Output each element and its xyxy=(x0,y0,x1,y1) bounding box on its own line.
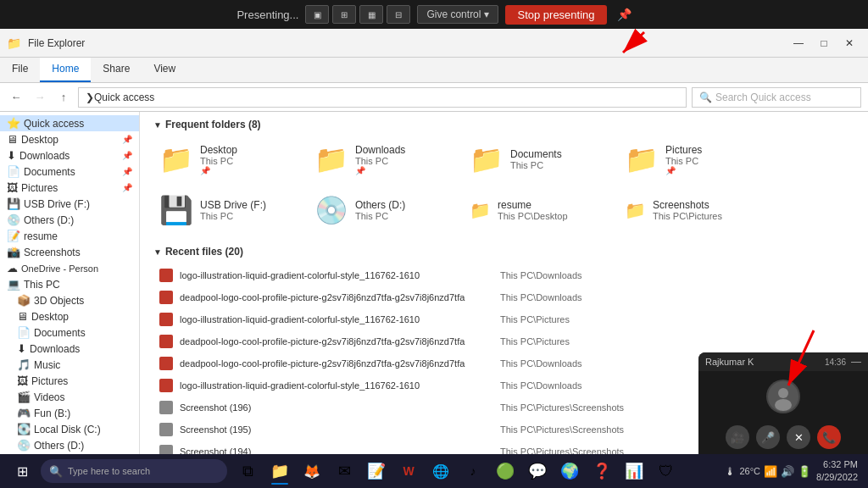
close-button[interactable]: ✕ xyxy=(837,31,861,55)
stop-presenting-button[interactable]: Stop presenting xyxy=(505,5,606,25)
start-button[interactable]: ⊞ xyxy=(3,456,41,486)
pres-icon-4[interactable]: ⊟ xyxy=(387,5,410,24)
recent-file-1[interactable]: logo-illustration-liquid-gradient-colorf… xyxy=(153,264,854,286)
forward-button[interactable]: → xyxy=(31,88,49,107)
search-box[interactable]: 🔍 Search Quick access xyxy=(692,87,861,108)
sidebar-item-others2[interactable]: 💿 Others (D:) xyxy=(0,437,139,453)
downloads-icon: ⬇ xyxy=(7,149,16,162)
sidebar-item-music[interactable]: 🎵 Music xyxy=(0,357,139,373)
back-button[interactable]: ← xyxy=(7,88,25,107)
recent-file-4[interactable]: deadpool-logo-cool-profile-picture-g2sv7… xyxy=(153,330,854,352)
taskbar-search-box[interactable]: 🔍 Type here to search xyxy=(41,459,227,483)
folder-grid: 📁 Desktop This PC 📌 📁 Downloads This PC … xyxy=(153,137,854,232)
recent-file-3[interactable]: logo-illustration-liquid-gradient-colorf… xyxy=(153,308,854,330)
folder-icon: 💿 xyxy=(314,194,348,226)
sidebar-item-videos[interactable]: 🎬 Videos xyxy=(0,389,139,405)
pres-icon-3[interactable]: ▦ xyxy=(359,5,383,24)
notepad-taskbar[interactable]: 📝 xyxy=(361,456,392,486)
search-placeholder-text: Type here to search xyxy=(68,466,150,476)
pin-icon: 📌 xyxy=(122,135,132,144)
clock-time: 6:32 PM xyxy=(816,458,858,471)
sidebar-item-resume[interactable]: 📝 resume xyxy=(0,228,139,244)
end-call-button[interactable]: 📞 xyxy=(817,425,841,449)
maximize-button[interactable]: □ xyxy=(812,31,836,55)
tab-file[interactable]: File xyxy=(0,58,40,82)
address-path[interactable]: ❯ Quick access xyxy=(78,87,687,108)
sidebar-item-documents[interactable]: 📄 Documents 📌 xyxy=(0,164,139,180)
sidebar-item-documents2[interactable]: 📄 Documents xyxy=(0,324,139,341)
desktop2-icon: 🖥 xyxy=(17,310,28,323)
pres-icon-1[interactable]: ▣ xyxy=(305,5,329,24)
pin-icon[interactable]: 📌 xyxy=(617,8,632,21)
sidebar-item-quick-access[interactable]: ⭐ Quick access xyxy=(0,115,139,131)
up-button[interactable]: ↑ xyxy=(54,88,73,107)
sidebar-item-onedrive[interactable]: ☁ OneDrive - Person xyxy=(0,260,139,276)
security-taskbar[interactable]: 🛡 xyxy=(651,456,682,486)
sidebar-item-pictures[interactable]: 🖼 Pictures 📌 xyxy=(0,180,139,196)
sidebar-item-thispc[interactable]: 💻 This PC xyxy=(0,276,139,292)
sidebar-item-desktop[interactable]: 🖥 Desktop 📌 xyxy=(0,131,139,147)
sidebar-item-3d[interactable]: 📦 3D Objects xyxy=(0,292,139,308)
sidebar-item-pictures2[interactable]: 🖼 Pictures xyxy=(0,373,139,389)
recent-files-header[interactable]: ▼ Recent files (20) xyxy=(153,246,854,258)
folder-downloads[interactable]: 📁 Downloads This PC 📌 xyxy=(309,137,457,181)
chrome-taskbar[interactable]: 🌐 xyxy=(426,456,456,486)
file-icon xyxy=(158,399,175,416)
presenting-label: Presenting... xyxy=(236,8,298,21)
taskbar: ⊞ 🔍 Type here to search ⧉ 📁 🦊 ✉ 📝 W 🌐 ♪ … xyxy=(0,454,868,488)
call-duration: 14:36 xyxy=(825,358,846,367)
battery-icon: 🔋 xyxy=(798,465,811,478)
sidebar-item-fun[interactable]: 🎮 Fun (B:) xyxy=(0,405,139,421)
minimize-button[interactable]: — xyxy=(787,31,810,55)
recent-file-2[interactable]: deadpool-logo-cool-profile-picture-g2sv7… xyxy=(153,286,854,308)
browser2-taskbar[interactable]: 🌍 xyxy=(554,456,585,486)
tab-view[interactable]: View xyxy=(142,58,187,82)
folder-screenshots[interactable]: 📁 Screenshots This PC\Pictures xyxy=(619,188,767,232)
sidebar-item-downloads2[interactable]: ⬇ Downloads xyxy=(0,341,139,357)
pres-icon-2[interactable]: ⊞ xyxy=(332,5,356,24)
camera-button[interactable]: 🎥 xyxy=(726,425,749,449)
close-call-button[interactable]: ✕ xyxy=(787,425,810,449)
firefox-taskbar[interactable]: 🦊 xyxy=(297,456,327,486)
help-taskbar[interactable]: ❓ xyxy=(587,456,617,486)
collapse-arrow: ▼ xyxy=(153,247,162,257)
clock[interactable]: 6:32 PM 8/29/2022 xyxy=(816,458,858,485)
tab-home[interactable]: Home xyxy=(40,58,91,82)
folder-desktop[interactable]: 📁 Desktop This PC 📌 xyxy=(153,137,302,181)
microphone-button[interactable]: 🎤 xyxy=(756,425,780,449)
frequent-folders-header[interactable]: ▼ Frequent folders (8) xyxy=(153,119,854,130)
folder-icon: 💾 xyxy=(159,194,193,226)
sidebar-item-downloads[interactable]: ⬇ Downloads 📌 xyxy=(0,147,139,164)
file-explorer-taskbar[interactable]: 📁 xyxy=(264,456,295,486)
sidebar-item-local-disk[interactable]: 💽 Local Disk (C:) xyxy=(0,421,139,437)
app-green[interactable]: 🟢 xyxy=(490,456,520,486)
folder-usb[interactable]: 💾 USB Drive (F:) This PC xyxy=(153,188,302,232)
network-icon[interactable]: 📶 xyxy=(764,465,777,478)
folder-others[interactable]: 💿 Others (D:) This PC xyxy=(309,188,457,232)
folder-pictures[interactable]: 📁 Pictures This PC 📌 xyxy=(619,137,767,181)
teams-taskbar[interactable]: 💬 xyxy=(522,456,553,486)
sidebar-item-screenshots[interactable]: 📸 Screenshots xyxy=(0,244,139,260)
give-control-button[interactable]: Give control ▾ xyxy=(417,5,498,24)
sidebar-item-others-d[interactable]: 💿 Others (D:) xyxy=(0,212,139,228)
presentation-icons: ▣ ⊞ ▦ ⊟ xyxy=(305,5,410,24)
video-call-widget: Rajkumar K 14:36 — 🎥 🎤 ✕ 📞 xyxy=(698,352,868,454)
music-taskbar[interactable]: ♪ xyxy=(458,456,488,486)
tab-share[interactable]: Share xyxy=(91,58,142,82)
folder-resume[interactable]: 📁 resume This PC\Desktop xyxy=(464,188,612,232)
folder-documents[interactable]: 📁 Documents This PC xyxy=(464,137,612,181)
pictures2-icon: 🖼 xyxy=(17,374,28,387)
temperature-label: 26°C xyxy=(739,466,760,476)
app-blue[interactable]: 📊 xyxy=(619,456,649,486)
svg-point-2 xyxy=(775,399,792,411)
frequent-folders-label: Frequent folders (8) xyxy=(165,119,261,130)
app-red[interactable]: W xyxy=(393,456,424,486)
mail-taskbar[interactable]: ✉ xyxy=(329,456,359,486)
sidebar-item-usb[interactable]: 💾 USB Drive (F:) xyxy=(0,196,139,212)
widget-close-button[interactable]: — xyxy=(851,356,861,368)
others2-icon: 💿 xyxy=(17,439,31,452)
sidebar-item-desktop2[interactable]: 🖥 Desktop xyxy=(0,308,139,324)
task-view-button[interactable]: ⧉ xyxy=(232,456,263,486)
volume-icon[interactable]: 🔊 xyxy=(781,465,794,478)
taskbar-pinned-apps: ⧉ 📁 🦊 ✉ 📝 W 🌐 ♪ 🟢 💬 🌍 ❓ 📊 🛡 xyxy=(232,456,682,486)
